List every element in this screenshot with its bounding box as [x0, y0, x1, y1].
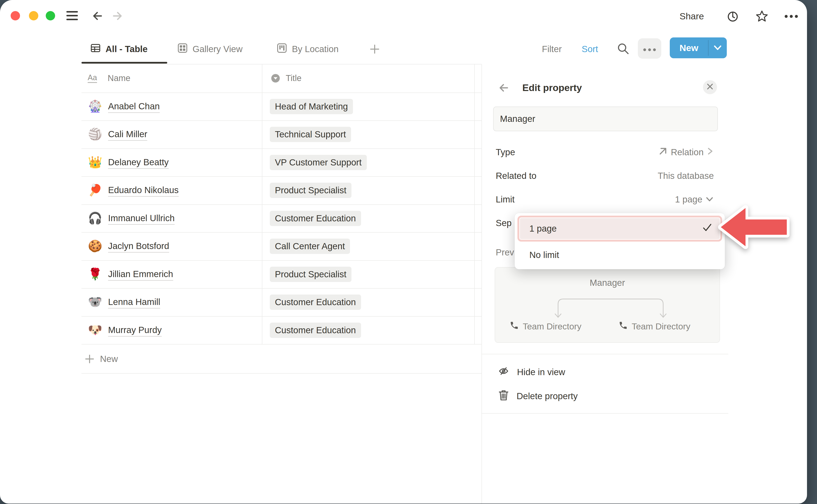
limit-option-1-page[interactable]: 1 page [518, 216, 722, 242]
preview-page-label: Team Directory [632, 322, 690, 332]
preview-page-item: Team Directory [510, 321, 582, 332]
traffic-light-zoom[interactable] [46, 11, 55, 20]
title-tag[interactable]: Customer Education [270, 323, 361, 338]
ellipsis-icon [643, 43, 656, 54]
app-window: Share All - Table Gallery View By Locati… [0, 0, 807, 504]
new-dropdown-button[interactable] [709, 37, 727, 58]
title-tag[interactable]: Customer Education [270, 295, 361, 310]
limit-option-no-limit[interactable]: No limit [518, 244, 722, 266]
new-row-label: New [100, 353, 118, 365]
table-row[interactable]: 🍪 Jaclyn Botsford Call Center Agent [81, 233, 482, 261]
preview-page-label: Team Directory [523, 322, 582, 332]
trash-icon [498, 389, 509, 403]
desktop: { "colors": { "desktop": "#47555f", "acc… [0, 0, 817, 504]
title-tag[interactable]: Customer Education [270, 211, 361, 226]
page-link[interactable]: Jaclyn Botsford [108, 241, 169, 253]
table-row[interactable]: 👑 Delaney Beatty VP Customer Support [81, 149, 482, 177]
add-view-icon[interactable] [369, 44, 380, 54]
type-value: Relation [671, 147, 704, 157]
page-link[interactable]: Cali Miller [108, 129, 147, 141]
chevron-down-icon [713, 43, 722, 53]
tab-label: All - Table [105, 43, 148, 55]
table-row[interactable]: 🏓 Eduardo Nikolaus Product Specialist [81, 177, 482, 205]
tab-all-table[interactable]: All - Table [90, 43, 148, 55]
filter-button[interactable]: Filter [542, 43, 562, 55]
page-link[interactable]: Lenna Hamill [108, 297, 160, 309]
page-emoji-icon: 🏓 [87, 184, 103, 196]
add-row-button[interactable]: New [81, 345, 482, 374]
table-row[interactable]: 🎧 Immanuel Ullrich Customer Education [81, 205, 482, 233]
back-arrow-icon[interactable] [91, 10, 103, 22]
page-link[interactable]: Delaney Beatty [108, 157, 169, 169]
title-tag[interactable]: Product Specialist [270, 267, 351, 282]
forward-arrow-icon[interactable] [111, 10, 123, 22]
relation-preview: Manager Team Directory Team Directory [495, 267, 720, 343]
page-link[interactable]: Murray Purdy [108, 325, 162, 337]
panel-back-icon[interactable] [498, 82, 510, 94]
preview-page-item: Team Directory [619, 321, 690, 332]
page-emoji-icon: 🎧 [87, 212, 103, 224]
page-link[interactable]: Immanuel Ullrich [108, 213, 175, 225]
page-link[interactable]: Eduardo Nikolaus [108, 185, 179, 197]
new-button[interactable]: New [670, 37, 708, 58]
limit-value-row[interactable]: 1 page [675, 194, 714, 205]
table-right-edge[interactable] [474, 64, 475, 345]
favorite-star-icon[interactable] [756, 10, 768, 23]
page-link[interactable]: Jillian Emmerich [108, 269, 173, 281]
traffic-light-close[interactable] [11, 11, 20, 20]
hide-in-view-label: Hide in view [517, 367, 565, 377]
delete-property-label: Delete property [517, 391, 578, 401]
table-row[interactable]: 🏐 Cali Miller Technical Support [81, 121, 482, 149]
more-options-icon[interactable] [784, 13, 799, 20]
option-label: No limit [529, 250, 559, 260]
updates-clock-icon[interactable] [727, 11, 739, 22]
title-tag[interactable]: VP Customer Support [270, 155, 367, 170]
traffic-light-minimize[interactable] [29, 11, 38, 20]
annotation-arrow-icon [714, 202, 795, 258]
delete-property-button[interactable]: Delete property [498, 390, 578, 402]
column-divider[interactable] [262, 64, 262, 345]
preview-label-truncated: Prev [496, 246, 514, 258]
new-split-button: New [670, 37, 727, 58]
eye-off-icon [498, 365, 509, 379]
type-value-row[interactable]: Relation [658, 146, 714, 158]
table-row[interactable]: 🐨 Lenna Hamill Customer Education [81, 289, 482, 317]
close-icon [706, 82, 714, 92]
share-button[interactable]: Share [680, 10, 704, 22]
page-emoji-icon: 🏐 [87, 128, 103, 140]
hamburger-menu-icon[interactable] [66, 11, 78, 21]
related-to-value-row[interactable]: This database [658, 170, 714, 182]
table-row[interactable]: 🌹 Jillian Emmerich Product Specialist [81, 261, 482, 289]
property-name-input[interactable] [493, 107, 718, 131]
tab-gallery-view[interactable]: Gallery View [177, 43, 242, 55]
table-row[interactable]: 🎡 Anabel Chan Head of Marketing [81, 93, 482, 121]
panel-title: Edit property [522, 82, 582, 94]
panel-close-button[interactable] [703, 80, 717, 94]
page-link[interactable]: Anabel Chan [108, 101, 160, 113]
sort-button[interactable]: Sort [582, 43, 598, 55]
tab-by-location[interactable]: By Location [276, 43, 338, 55]
select-property-icon [271, 74, 280, 85]
limit-dropdown: 1 page No limit [515, 213, 725, 269]
table-row[interactable]: 🐶 Murray Purdy Customer Education [81, 317, 482, 345]
column-header-name[interactable]: Name [108, 73, 130, 84]
panel-section-divider [482, 354, 728, 354]
title-tag[interactable]: Product Specialist [270, 183, 351, 198]
type-label: Type [496, 146, 515, 158]
preview-root-label: Manager [495, 278, 720, 288]
title-tag[interactable]: Call Center Agent [270, 239, 350, 254]
title-tag[interactable]: Technical Support [270, 127, 351, 142]
preview-bracket [552, 292, 671, 324]
column-header-title[interactable]: Title [286, 73, 301, 84]
chevron-down-icon [705, 194, 714, 205]
limit-label: Limit [496, 194, 515, 205]
separate-label-truncated: Sep [496, 217, 512, 229]
hide-in-view-button[interactable]: Hide in view [498, 366, 565, 378]
page-emoji-icon: 🐨 [87, 296, 103, 308]
search-icon[interactable] [617, 42, 630, 55]
panel-divider [482, 64, 482, 504]
gallery-view-icon [177, 43, 188, 56]
limit-value: 1 page [675, 194, 702, 205]
title-tag[interactable]: Head of Marketing [270, 99, 353, 114]
view-options-button[interactable] [638, 38, 661, 59]
